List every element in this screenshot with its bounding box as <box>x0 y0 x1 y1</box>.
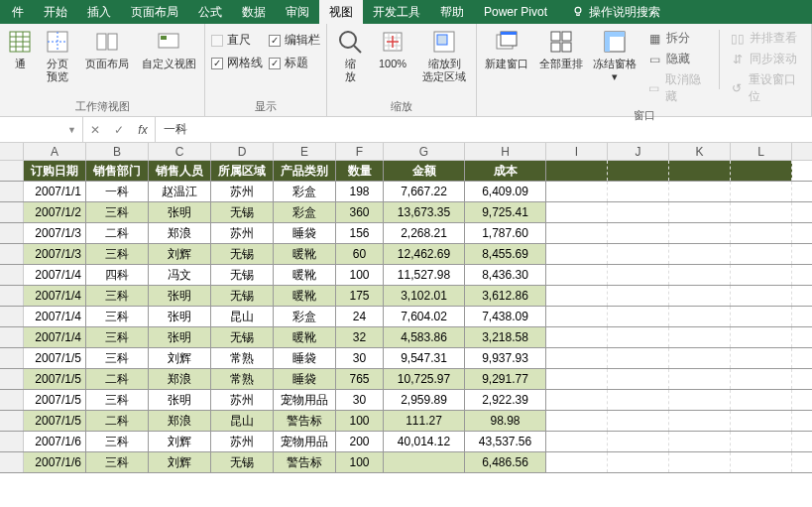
cell[interactable]: 睡袋 <box>274 223 336 243</box>
cell-empty[interactable] <box>546 244 608 264</box>
cell-empty[interactable] <box>608 223 669 243</box>
cell[interactable]: 7,438.09 <box>465 307 546 326</box>
cell-empty[interactable] <box>731 161 792 181</box>
cell[interactable]: 三科 <box>86 307 149 326</box>
cell[interactable]: 6,486.56 <box>465 452 546 472</box>
cell-empty[interactable] <box>669 286 731 306</box>
headings-checkbox[interactable]: ✓标题 <box>269 55 320 71</box>
cell-empty[interactable] <box>608 202 669 222</box>
cell[interactable]: 8,436.30 <box>465 265 546 285</box>
cell[interactable]: 12,462.69 <box>384 244 465 264</box>
cell[interactable]: 1,787.60 <box>465 223 546 243</box>
cell-empty[interactable] <box>731 223 792 243</box>
cell[interactable]: 360 <box>336 202 384 222</box>
cell-empty[interactable] <box>608 244 669 264</box>
tab-1[interactable]: 开始 <box>34 0 77 24</box>
cell-empty[interactable] <box>608 452 669 472</box>
cell[interactable]: 四科 <box>86 265 149 285</box>
cell[interactable]: 二科 <box>86 411 149 431</box>
row-header[interactable] <box>0 369 24 389</box>
cell-empty[interactable] <box>731 327 792 347</box>
cell-empty[interactable] <box>608 286 669 306</box>
cell[interactable]: 2007/1/5 <box>24 348 86 368</box>
cell[interactable]: 无锡 <box>211 286 274 306</box>
cell[interactable]: 刘辉 <box>149 432 211 451</box>
cell[interactable]: 200 <box>336 432 384 451</box>
cell[interactable]: 4,583.86 <box>384 327 465 347</box>
cell[interactable]: 张明 <box>149 286 211 306</box>
cell[interactable]: 2007/1/6 <box>24 432 86 451</box>
cell[interactable]: 40,014.12 <box>384 432 465 451</box>
cell[interactable]: 暖靴 <box>274 286 336 306</box>
tab-4[interactable]: 公式 <box>188 0 232 24</box>
cell-empty[interactable] <box>546 369 608 389</box>
cell-empty[interactable] <box>608 369 669 389</box>
cell-empty[interactable] <box>731 265 792 285</box>
cell[interactable]: 2,959.89 <box>384 390 465 410</box>
cell[interactable]: 销售部门 <box>86 161 149 181</box>
cell-empty[interactable] <box>669 265 731 285</box>
cell-empty[interactable] <box>608 265 669 285</box>
cell[interactable]: 张明 <box>149 202 211 222</box>
cell[interactable]: 198 <box>336 182 384 201</box>
cell[interactable]: 销售人员 <box>149 161 211 181</box>
cell[interactable]: 8,455.69 <box>465 244 546 264</box>
cell[interactable]: 张明 <box>149 307 211 326</box>
cell-empty[interactable] <box>546 223 608 243</box>
cell-empty[interactable] <box>731 452 792 472</box>
row-header[interactable] <box>0 161 24 181</box>
cell[interactable]: 苏州 <box>211 432 274 451</box>
cell[interactable]: 数量 <box>336 161 384 181</box>
cell[interactable]: 成本 <box>465 161 546 181</box>
cell-empty[interactable] <box>669 369 731 389</box>
tab-5[interactable]: 数据 <box>232 0 276 24</box>
cell[interactable]: 所属区域 <box>211 161 274 181</box>
cell[interactable]: 彩盒 <box>274 307 336 326</box>
cell-empty[interactable] <box>669 411 731 431</box>
formula-bar-input[interactable]: 一科 <box>156 117 812 142</box>
cell[interactable]: 43,537.56 <box>465 432 546 451</box>
col-header-G[interactable]: G <box>384 143 465 160</box>
cell-empty[interactable] <box>669 182 731 201</box>
cell-empty[interactable] <box>669 348 731 368</box>
new-window-button[interactable]: 新建窗口 <box>483 26 530 70</box>
cell-empty[interactable] <box>608 390 669 410</box>
cell[interactable] <box>384 452 465 472</box>
cell[interactable]: 刘辉 <box>149 452 211 472</box>
cell[interactable]: 郑浪 <box>149 223 211 243</box>
cell[interactable]: 三科 <box>86 432 149 451</box>
page-layout-button[interactable]: 页面布局 <box>81 26 133 70</box>
cell[interactable]: 金额 <box>384 161 465 181</box>
cell[interactable]: 刘辉 <box>149 244 211 264</box>
cell[interactable]: 张明 <box>149 390 211 410</box>
cell[interactable]: 冯文 <box>149 265 211 285</box>
cell-empty[interactable] <box>731 411 792 431</box>
cell[interactable]: 175 <box>336 286 384 306</box>
col-header-H[interactable]: H <box>465 143 546 160</box>
cell[interactable]: 三科 <box>86 327 149 347</box>
cell-empty[interactable] <box>669 452 731 472</box>
cell-empty[interactable] <box>546 348 608 368</box>
tab-0[interactable]: 件 <box>2 0 34 24</box>
col-header-F[interactable]: F <box>336 143 384 160</box>
col-header-D[interactable]: D <box>211 143 274 160</box>
cell[interactable]: 二科 <box>86 223 149 243</box>
cell[interactable]: 30 <box>336 390 384 410</box>
col-header-J[interactable]: J <box>608 143 669 160</box>
cell-empty[interactable] <box>608 182 669 201</box>
cell[interactable]: 一科 <box>86 182 149 201</box>
cell[interactable]: 三科 <box>86 244 149 264</box>
row-header[interactable] <box>0 286 24 306</box>
cell[interactable]: 2007/1/3 <box>24 244 86 264</box>
cell[interactable]: 暖靴 <box>274 265 336 285</box>
row-header[interactable] <box>0 223 24 243</box>
cell[interactable]: 刘辉 <box>149 348 211 368</box>
cell-empty[interactable] <box>731 432 792 451</box>
cell-empty[interactable] <box>669 223 731 243</box>
cell-empty[interactable] <box>546 452 608 472</box>
gridlines-checkbox[interactable]: ✓网格线 <box>211 55 263 71</box>
cell[interactable]: 60 <box>336 244 384 264</box>
cell[interactable]: 2007/1/5 <box>24 411 86 431</box>
tell-me-search[interactable]: 操作说明搜索 <box>561 0 670 24</box>
formula-bar-checkbox[interactable]: ✓编辑栏 <box>269 32 320 49</box>
